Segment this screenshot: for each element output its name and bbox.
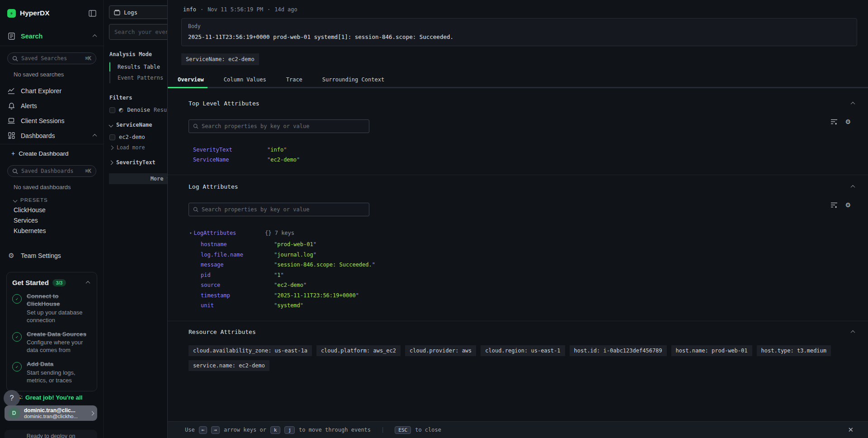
property-search-input[interactable]: [202, 123, 365, 129]
hyperdx-logo-icon: ⚡: [7, 9, 16, 18]
event-detail-panel: info · Nov 11 5:56:19 PM · 14d ago Body …: [167, 0, 868, 438]
attribute-row[interactable]: source ec2-demo: [189, 280, 857, 290]
chevron-right-icon: [90, 411, 94, 415]
tab-overview[interactable]: Overview: [168, 73, 214, 88]
chevron-down-icon: [109, 123, 113, 127]
search-label: Search: [21, 33, 93, 40]
attribute-key: unit: [201, 302, 274, 309]
attribute-key: source: [201, 282, 274, 288]
collapse-section-icon[interactable]: [851, 330, 855, 334]
key-count: 7 keys: [275, 230, 294, 236]
wrap-lines-icon[interactable]: [830, 119, 838, 125]
attribute-row[interactable]: SeverityText info: [193, 145, 857, 155]
ec2-demo-checkbox[interactable]: [109, 134, 115, 140]
collapse-section-icon[interactable]: [851, 185, 855, 190]
property-search-box[interactable]: [189, 203, 369, 216]
footer-text: arrow keys or: [224, 427, 266, 433]
attribute-row[interactable]: pid 1: [189, 270, 857, 281]
dashboard-grid-icon: [7, 132, 15, 139]
attribute-row[interactable]: ServiceName ec2-demo: [193, 155, 857, 165]
section-log-attributes: Log Attributes ⚙ ▾ LogAttributes {}: [168, 175, 868, 321]
chevron-right-icon: [109, 160, 113, 165]
attribute-row[interactable]: log.file.name journal.log: [189, 250, 857, 260]
denoise-icon: ◐: [118, 106, 125, 114]
attribute-key: pid: [201, 272, 274, 278]
saved-dashboards-input[interactable]: ⌘K: [7, 165, 96, 177]
tree-root-meta: {} 7 keys: [265, 230, 294, 236]
chevron-up-icon: [93, 134, 97, 138]
footer-text: Use: [185, 427, 195, 433]
attribute-row[interactable]: timestamp 2025-11-11T23:56:19+0000: [189, 290, 857, 301]
sidebar-item-team-settings[interactable]: ⚙ Team Settings: [0, 248, 104, 263]
resource-badge[interactable]: service.name: ec2-demo: [189, 360, 269, 371]
collapse-section-icon[interactable]: [851, 102, 855, 106]
active-tab-indicator: [168, 87, 208, 88]
brace-icon: {}: [265, 230, 271, 236]
preset-services[interactable]: Services: [0, 215, 104, 226]
sidebar-item-dashboards[interactable]: Dashboards: [0, 128, 104, 143]
arrow-right-key: →: [211, 426, 220, 434]
attribute-value: prod-web-01: [274, 241, 316, 248]
gear-icon[interactable]: ⚙: [845, 201, 851, 209]
chevron-up-icon: [86, 281, 90, 286]
close-icon[interactable]: ✕: [848, 426, 854, 434]
property-search-box[interactable]: [189, 119, 369, 133]
severity-text: info: [183, 6, 196, 13]
get-started-header[interactable]: Get Started 3/3: [12, 279, 91, 286]
laptop-icon: [7, 118, 15, 124]
search-icon: [12, 168, 18, 174]
create-dashboard-button[interactable]: + Create Dashboard: [0, 144, 104, 162]
saved-searches-field[interactable]: [21, 55, 85, 62]
attribute-key: message: [201, 262, 274, 268]
attribute-key: log.file.name: [201, 252, 274, 258]
service-name-tag[interactable]: ServiceName: ec2-demo: [181, 53, 259, 65]
attribute-value: ec2-demo: [267, 157, 300, 163]
help-button[interactable]: ?: [4, 390, 20, 406]
sidebar-item-search[interactable]: Search: [0, 26, 104, 46]
preset-kubernetes[interactable]: Kubernetes: [0, 226, 104, 236]
task-desc: Start sending logs, metrics, or traces: [27, 369, 91, 385]
resource-badge[interactable]: cloud.region: us-east-1: [481, 345, 565, 356]
tab-surrounding-context[interactable]: Surrounding Context: [312, 73, 394, 88]
saved-dashboards-field[interactable]: [21, 168, 85, 174]
sidebar-item-client-sessions[interactable]: Client Sessions: [0, 113, 104, 128]
attribute-row[interactable]: message session-846.scope: Succeeded.: [189, 260, 857, 270]
relative-time: 14d ago: [274, 6, 297, 13]
no-saved-searches-text: No saved searches: [14, 71, 104, 78]
tab-column-values[interactable]: Column Values: [214, 73, 276, 88]
attribute-row[interactable]: unit systemd: [189, 300, 857, 311]
resource-badge[interactable]: cloud.provider: aws: [405, 345, 476, 356]
body-card: Body 2025-11-11T23:56:19+0000 prod-web-0…: [181, 18, 857, 46]
tree-caret-icon[interactable]: ▾: [189, 231, 192, 235]
sidebar-item-alerts[interactable]: Alerts: [0, 98, 104, 113]
denoise-checkbox[interactable]: [109, 107, 115, 113]
attribute-value: journal.log: [274, 252, 316, 258]
saved-searches-input[interactable]: ⌘K: [7, 52, 96, 64]
resource-badge[interactable]: host.id: i-0abc123def456789: [570, 345, 667, 356]
gear-icon[interactable]: ⚙: [845, 118, 851, 125]
filter-group-name: SeverityText: [116, 159, 156, 166]
tree-root-row[interactable]: ▾ LogAttributes {} 7 keys: [189, 229, 857, 237]
check-circle-icon: ✓: [12, 362, 22, 371]
log-attributes-tree: ▾ LogAttributes {} 7 keys hostname prod-…: [189, 229, 857, 311]
resource-badge[interactable]: host.name: prod-web-01: [671, 345, 752, 356]
logo-row: ⚡ HyperDX: [0, 0, 104, 26]
resource-badge[interactable]: cloud.availability_zone: us-east-1a: [189, 345, 312, 356]
tab-trace[interactable]: Trace: [276, 73, 312, 88]
property-search-input[interactable]: [202, 206, 365, 213]
check-circle-icon: ✓: [12, 294, 22, 304]
attribute-row[interactable]: hostname prod-web-01: [189, 239, 857, 250]
preset-clickhouse[interactable]: ClickHouse: [0, 205, 104, 215]
deploy-banner[interactable]: Ready to deploy on: [5, 430, 97, 438]
wrap-lines-icon[interactable]: [830, 202, 838, 208]
get-started-title: Get Started: [12, 279, 49, 286]
app-title: HyperDX: [20, 9, 89, 17]
resource-badge[interactable]: cloud.platform: aws_ec2: [316, 345, 401, 356]
sidebar-item-chart-explorer[interactable]: Chart Explorer: [0, 83, 104, 98]
user-profile-button[interactable]: D dominic.tran@clic... dominic.tran@clic…: [5, 405, 97, 421]
task-title: Create Data Sources: [27, 331, 91, 338]
attribute-value: info: [267, 147, 287, 153]
collapse-sidebar-icon[interactable]: [89, 10, 96, 17]
resource-badge[interactable]: host.type: t3.medium: [757, 345, 831, 356]
presets-toggle[interactable]: PRESETS: [14, 197, 104, 203]
